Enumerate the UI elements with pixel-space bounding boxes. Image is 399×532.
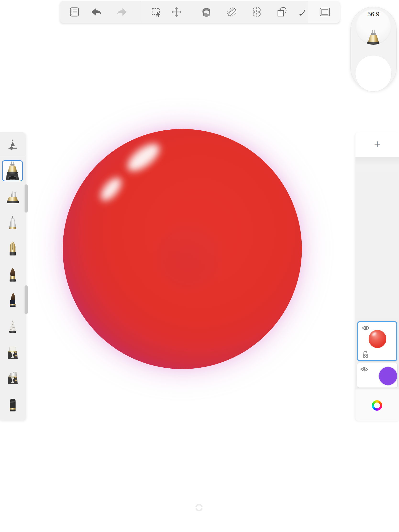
tool-pencil[interactable] [0,319,25,334]
layer-visibility-eye-icon[interactable] [362,325,370,331]
tool-pastel[interactable] [0,346,25,361]
menu-icon[interactable] [69,6,80,18]
sphere-highlight [123,139,164,176]
tool-eraser[interactable] [0,398,25,412]
toolbox-sidebar [0,132,25,421]
layer-visibility-eye-icon[interactable] [361,367,368,372]
sphere-highlight [97,174,125,204]
top-toolbar [60,1,340,23]
color-picker-section [355,389,399,421]
tool-paint-brush[interactable] [0,292,25,309]
color-wheel-button[interactable] [372,400,382,411]
layers-panel: + [355,132,399,421]
toolbox-divider [0,157,25,157]
tool-airbrush-selected[interactable] [2,160,23,181]
layer-item-selected[interactable] [357,321,397,361]
layer-item[interactable] [357,363,397,387]
brush-control-pill: 56.9 [350,7,397,90]
curve-icon[interactable] [299,6,308,18]
symmetry-icon[interactable] [251,6,262,18]
select-icon[interactable] [151,6,162,18]
ruler-icon[interactable] [226,6,237,18]
frame-icon[interactable] [319,6,330,18]
canvas-artwork-red-sphere[interactable] [63,129,302,369]
toolbar-divider [140,1,140,23]
add-layer-button[interactable]: + [355,132,399,157]
toolbox-scroll-handle[interactable] [25,285,28,314]
brush-size-value: 56.9 [355,11,391,18]
panel-fade [355,157,399,165]
move-icon[interactable] [171,6,182,18]
airbrush-tool-icon [366,30,381,45]
shapes-icon[interactable] [277,6,288,18]
redo-icon[interactable] [117,6,128,18]
plus-icon: + [374,139,380,150]
sphere-center-shade [149,217,228,296]
tool-watercolor-brush[interactable] [0,267,25,283]
undo-icon[interactable] [91,6,102,18]
tool-fineliner[interactable] [0,215,25,231]
layer-thumbnail-purple-circle [379,367,397,385]
layer-thumbnail-red-sphere [369,330,386,348]
app-window: 56.9 [0,0,399,532]
sync-icon [195,504,203,512]
fill-bucket-icon[interactable] [201,6,212,18]
toolbox-scroll-handle[interactable] [25,184,28,212]
thumbnail-highlight [372,332,377,336]
brush-settings-button[interactable] [0,139,25,152]
tool-marker[interactable] [0,191,25,205]
tool-oil-pastel[interactable] [0,371,25,386]
tool-fountain-pen[interactable] [0,241,25,257]
current-color-swatch[interactable] [355,56,391,91]
brush-preview-button[interactable]: 56.9 [355,9,391,45]
alpha-lock-icon[interactable] [362,351,369,359]
